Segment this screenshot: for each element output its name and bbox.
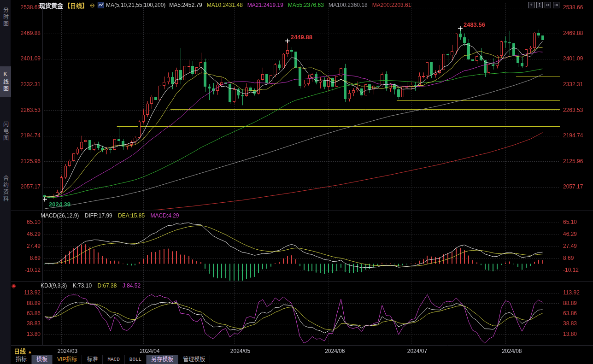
tab-templates[interactable]: 模板 (32, 355, 53, 364)
tab-standard[interactable]: 标准 (82, 355, 103, 364)
sidebar-item-time-chart[interactable]: 分时图 (0, 2, 11, 32)
period-badge: 【日线】 (64, 1, 88, 10)
tab-boll[interactable]: BOLL (125, 355, 147, 364)
kdj-panel-header: KDJ(9,3,3) K:73.10 D:67.38 J:84.52 (41, 282, 145, 289)
sidebar: 分时图 K线图 闪电图 合约资料 (0, 0, 11, 364)
symbol-title: 现货黄金 (39, 1, 63, 10)
x-axis-scale-icon[interactable]: ↦ (545, 2, 551, 8)
chart-type-icon[interactable] (98, 2, 104, 8)
macd-title: MACD(26,12,9) (41, 212, 79, 219)
y-axis-scale-icon[interactable]: ↥ (536, 2, 543, 8)
price-chart-canvas[interactable] (0, 0, 593, 364)
ma-params-label: MA(5,10,21,55,100,200) (106, 2, 165, 8)
chevron-up-icon: ▲ (28, 349, 32, 354)
kdj-k-value: K:73.10 (73, 282, 92, 289)
macd-panel-header: MACD(26,12,9) DIFF:17.99 DEA:15.85 MACD:… (41, 212, 183, 219)
tab-manage-templates[interactable]: 管理模板 (178, 355, 210, 364)
period-selector[interactable]: 日线▲ (14, 346, 32, 355)
ma5-value: MA5:2452.79 (169, 2, 202, 8)
zoom-out-icon[interactable]: ⊖ (90, 2, 95, 9)
ma100-value: MA100:2360.18 (329, 2, 368, 8)
tab-macd[interactable]: MACD (103, 355, 124, 364)
macd-macd-value: MACD:4.29 (150, 212, 179, 219)
pan-right-icon[interactable]: ⇥ (553, 2, 559, 8)
ma200-value: MA200:2203.61 (372, 2, 411, 8)
chart-application: 分时图 K线图 闪电图 合约资料 现货黄金 【日线】 ⊖ MA(5,10,21,… (0, 0, 593, 364)
ma10-value: MA10:2431.48 (207, 2, 243, 8)
chart-header: 现货黄金 【日线】 ⊖ MA(5,10,21,55,100,200) MA5:2… (11, 0, 593, 10)
ma55-value: MA55:2376.63 (288, 2, 324, 8)
tab-save-template[interactable]: 另存模板 (147, 355, 178, 364)
crosshair-icon[interactable]: + (528, 2, 534, 8)
period-label: 日线 (14, 348, 26, 355)
kdj-d-value: D:67.38 (97, 282, 117, 289)
ma21-value: MA21:2419.19 (247, 2, 283, 8)
kdj-j-value: J:84.52 (123, 282, 141, 289)
tab-vip-indicators[interactable]: VIP指标 (53, 355, 82, 364)
macd-diff-value: DIFF:17.99 (85, 212, 112, 219)
header-toolbar: + ↥ ↦ ⇥ (528, 2, 559, 8)
sidebar-item-kline-chart[interactable]: K线图 (0, 66, 11, 97)
sidebar-item-contract-info[interactable]: 合约资料 (0, 169, 11, 209)
macd-dea-value: DEA:15.85 (118, 212, 145, 219)
tab-indicators[interactable]: 指标 (11, 355, 32, 364)
sidebar-item-lightning-chart[interactable]: 闪电图 (0, 116, 11, 147)
kdj-title: KDJ(9,3,3) (41, 282, 67, 289)
bottom-tab-bar: 指标 模板 VIP指标 标准 MACD BOLL 另存模板 管理模板 (11, 355, 593, 364)
alert-dot-icon[interactable]: ◉ (12, 283, 16, 289)
